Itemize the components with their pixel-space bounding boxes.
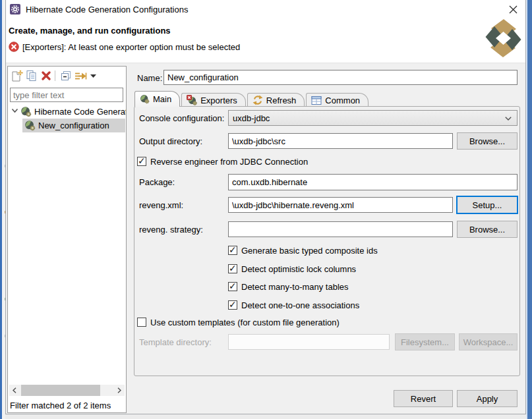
new-configuration-button[interactable] — [11, 69, 24, 82]
hibernate-config-icon — [20, 106, 32, 117]
refresh-icon — [252, 95, 263, 105]
configurations-sidebar: Hibernate Code Generation New_configurat… — [7, 66, 127, 413]
toolbar-separator — [55, 70, 55, 81]
tab-exporters[interactable]: Exporters — [181, 93, 246, 107]
filter-launch-configurations-button[interactable] — [74, 69, 87, 82]
close-button[interactable] — [503, 2, 523, 16]
revert-button[interactable]: Revert — [394, 390, 453, 407]
package-label: Package: — [139, 174, 175, 190]
browse-strategy-button[interactable]: Browse... — [457, 221, 517, 238]
console-configuration-label: Console configuration: — [139, 110, 224, 126]
detect-optimistic-lock-checkbox[interactable] — [228, 264, 237, 273]
scroll-right-button[interactable] — [114, 385, 125, 396]
filesystem-button: Filesystem... — [395, 333, 455, 350]
scroll-left-icon — [13, 387, 16, 393]
output-directory-label: Output directory: — [139, 133, 202, 149]
tree-item-label: Hibernate Code Generation — [34, 105, 126, 119]
collapse-all-icon — [61, 70, 72, 82]
name-input[interactable] — [163, 70, 517, 85]
tab-label: Exporters — [200, 96, 237, 105]
use-custom-templates-checkbox[interactable] — [137, 318, 146, 327]
workspace-button: Workspace... — [459, 333, 517, 350]
combo-chevron-icon — [505, 117, 512, 121]
collapse-all-button[interactable] — [59, 69, 73, 82]
sidebar-toolbar — [8, 67, 126, 86]
error-message: [Exporters]: At least one exporter optio… — [22, 42, 240, 52]
reveng-xml-label: reveng.xml: — [139, 197, 183, 213]
tab-main[interactable]: Main — [134, 91, 180, 107]
reverse-engineer-label: Reverse engineer from JDBC Connection — [150, 157, 308, 167]
tree-item-label: New_configuration — [38, 119, 126, 132]
filter-input[interactable] — [10, 88, 123, 102]
output-directory-input[interactable] — [228, 133, 453, 149]
option-label: Detect one-to-one associations — [241, 300, 359, 310]
reverse-engineer-option: Reverse engineer from JDBC Connection — [137, 155, 308, 167]
toolbar-menu-button[interactable] — [88, 69, 98, 82]
window-title: Hibernate Code Generation Configurations — [26, 0, 188, 18]
name-label: Name: — [137, 70, 162, 86]
tab-bar: Main Exporters Refresh — [134, 91, 369, 107]
tab-label: Main — [153, 94, 171, 104]
close-icon — [509, 5, 517, 14]
tab-label: Common — [325, 96, 360, 105]
console-configuration-select[interactable]: uxdb-jdbc — [228, 110, 517, 126]
option-row: Detect many-to-many tables — [228, 281, 349, 293]
delete-configuration-button[interactable] — [40, 69, 53, 82]
console-configuration-value: uxdb-jdbc — [233, 113, 270, 123]
scroll-right-icon — [117, 387, 121, 393]
filter-match-status: Filter matched 2 of 2 items — [10, 399, 125, 412]
dropdown-caret-icon — [90, 74, 96, 78]
hibernate-config-icon — [24, 120, 36, 131]
scroll-left-button[interactable] — [9, 385, 20, 396]
exporters-error-icon — [187, 95, 197, 105]
tree-item-hibernate-code-generation[interactable]: Hibernate Code Generation — [8, 105, 126, 119]
option-label: Detect many-to-many tables — [241, 282, 349, 292]
common-table-icon — [311, 96, 322, 105]
template-directory-label: Template directory: — [139, 334, 212, 350]
option-label: Detect optimistic lock columns — [241, 264, 356, 274]
configurations-tree: Hibernate Code Generation New_configurat… — [8, 104, 126, 236]
hibernate-configurations-dialog: Hibernate Code Generation Configurations… — [5, 0, 526, 414]
scrollbar-thumb[interactable] — [21, 385, 100, 396]
custom-templates-option: Use custom templates (for custom file ge… — [137, 316, 340, 328]
new-config-icon — [11, 70, 23, 82]
hibernate-logo — [485, 18, 522, 58]
template-directory-input — [228, 334, 390, 350]
reveng-strategy-label: reveng. strategy: — [139, 221, 203, 237]
tab-refresh[interactable]: Refresh — [247, 93, 305, 107]
option-label: Generate basic typed composite ids — [241, 246, 378, 256]
horizontal-scrollbar[interactable] — [9, 385, 125, 396]
browse-output-button[interactable]: Browse... — [457, 132, 517, 150]
option-row: Detect one-to-one associations — [228, 299, 359, 311]
tree-item-new-configuration[interactable]: New_configuration — [8, 119, 126, 132]
option-row: Detect optimistic lock columns — [228, 263, 356, 275]
detect-one-to-one-checkbox[interactable] — [228, 300, 237, 310]
tab-label: Refresh — [266, 96, 297, 105]
header-title: Create, manage, and run configurations — [9, 26, 171, 36]
package-input[interactable] — [228, 174, 517, 190]
duplicate-config-icon — [26, 70, 38, 82]
dialog-header: Create, manage, and run configurations [… — [6, 18, 525, 63]
reveng-strategy-input[interactable] — [228, 221, 453, 237]
custom-templates-label: Use custom templates (for custom file ge… — [150, 318, 340, 327]
window-gear-icon — [10, 4, 20, 14]
detect-many-to-many-checkbox[interactable] — [228, 282, 237, 291]
generate-composite-ids-checkbox[interactable] — [228, 246, 237, 255]
filter-launch-icon — [74, 70, 87, 82]
tab-common[interactable]: Common — [306, 93, 369, 107]
duplicate-configuration-button[interactable] — [25, 69, 38, 82]
setup-reveng-button[interactable]: Setup... — [456, 196, 518, 214]
error-icon — [9, 42, 19, 52]
tree-chevron-icon[interactable] — [11, 108, 18, 113]
background-window-left — [0, 0, 5, 419]
hibernate-config-icon — [140, 94, 150, 104]
title-bar: Hibernate Code Generation Configurations — [6, 0, 525, 18]
background-window-right — [526, 0, 532, 419]
apply-button[interactable]: Apply — [457, 390, 517, 407]
reverse-engineer-checkbox[interactable] — [137, 157, 146, 166]
option-row: Generate basic typed composite ids — [228, 244, 378, 256]
reveng-xml-input[interactable] — [228, 197, 453, 213]
delete-config-icon — [41, 70, 51, 81]
